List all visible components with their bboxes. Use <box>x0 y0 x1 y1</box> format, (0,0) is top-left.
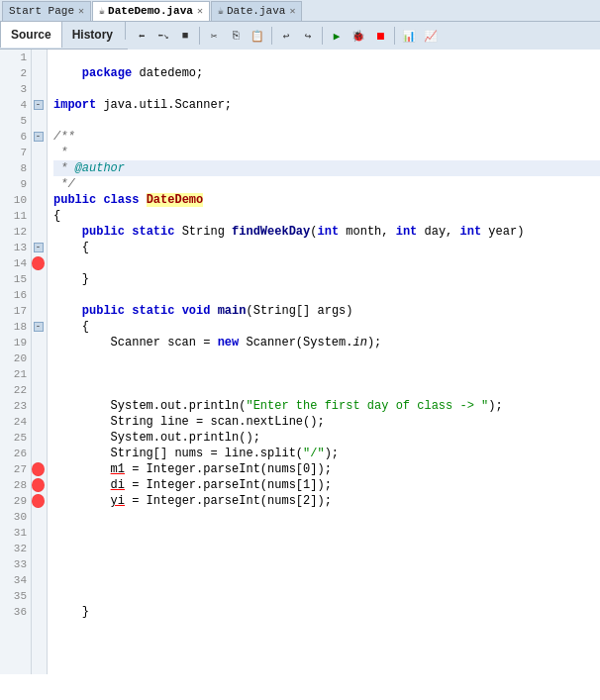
toolbar-btn-graph[interactable]: 📈 <box>421 26 441 46</box>
tab-datedemo-label: DateDemo.java <box>108 5 193 17</box>
ln-13: 13 <box>4 240 27 255</box>
fold-icon-4[interactable]: - <box>34 100 44 110</box>
code-line-7: * <box>53 145 600 160</box>
gutter-24 <box>32 414 47 430</box>
ln-7: 7 <box>4 145 27 160</box>
history-button[interactable]: History <box>62 22 123 48</box>
gutter-10 <box>32 192 47 208</box>
gutter-26 <box>32 446 47 461</box>
code-line-29: yi = Integer.parseInt(nums[2]); <box>53 493 600 509</box>
gutter-28 <box>32 477 47 493</box>
code-line-25: System.out.println(); <box>53 430 600 446</box>
toolbar-sep-3 <box>271 27 272 45</box>
toolbar-btn-fwd[interactable]: ⬅↘ <box>153 26 173 46</box>
tab-date-close[interactable]: ✕ <box>289 5 295 17</box>
ln-3: 3 <box>4 81 27 97</box>
gutter-16 <box>32 287 47 303</box>
gutter-35 <box>32 588 47 604</box>
toolbar-btn-paste[interactable]: 📋 <box>248 26 267 46</box>
gutter-1 <box>32 50 47 65</box>
ln-24: 24 <box>4 414 27 430</box>
code-line-26: String[] nums = line.split("/"); <box>53 446 600 461</box>
code-line-30 <box>53 509 600 525</box>
toolbar-btn-chart[interactable]: 📊 <box>399 26 419 46</box>
tab-datedemo-icon: ☕ <box>99 5 105 17</box>
toolbar-btn-debug[interactable]: 🐞 <box>349 26 368 46</box>
error-badge-28 <box>32 478 45 492</box>
code-line-27: m1 = Integer.parseInt(nums[0]); <box>53 461 600 477</box>
ln-36: 36 <box>4 604 27 620</box>
gutter-17 <box>32 303 47 319</box>
gutter-22 <box>32 382 47 398</box>
ln-35: 35 <box>4 588 27 604</box>
error-badge-14 <box>32 256 45 270</box>
code-line-2: package datedemo; <box>53 65 600 81</box>
tab-start-page[interactable]: Start Page ✕ <box>2 1 91 21</box>
ln-26: 26 <box>4 446 27 461</box>
gutter-4[interactable]: - <box>32 97 47 113</box>
gutter-19 <box>32 335 47 350</box>
source-button[interactable]: Source <box>0 22 62 48</box>
code-line-10: public class DateDemo <box>53 192 600 208</box>
gutter-18[interactable]: - <box>32 319 47 335</box>
gutter-3 <box>32 81 47 97</box>
ln-18: 18 <box>4 319 27 335</box>
gutter-15 <box>32 271 47 287</box>
gutter-14 <box>32 255 47 271</box>
tab-date[interactable]: ☕ Date.java ✕ <box>211 1 302 21</box>
ln-29: 29 <box>4 493 27 509</box>
code-line-19: Scanner scan = new Scanner(System.in); <box>53 335 600 350</box>
line-numbers: 1 2 3 4 5 6 7 8 9 10 11 12 13 14 15 16 1… <box>0 50 32 674</box>
ln-17: 17 <box>4 303 27 319</box>
tab-datedemo-close[interactable]: ✕ <box>197 5 203 17</box>
ln-11: 11 <box>4 208 27 224</box>
code-line-33 <box>53 556 600 572</box>
ln-34: 34 <box>4 572 27 588</box>
gutter-30 <box>32 509 47 525</box>
tab-start-page-close[interactable]: ✕ <box>78 5 84 17</box>
ln-9: 9 <box>4 176 27 192</box>
toolbar-btn-stop[interactable]: ■ <box>175 26 195 46</box>
toolbar-btn-copy[interactable]: ⎘ <box>226 26 246 46</box>
code-area[interactable]: package datedemo; import java.util.Scann… <box>48 50 600 674</box>
toolbar-btn-back[interactable]: ⬅ <box>132 26 151 46</box>
fold-icon-6[interactable]: - <box>34 132 44 142</box>
code-line-24: String line = scan.nextLine(); <box>53 414 600 430</box>
editor: 1 2 3 4 5 6 7 8 9 10 11 12 13 14 15 16 1… <box>0 50 600 674</box>
gutter-5 <box>32 113 47 129</box>
toolbar-btn-redo[interactable]: ↪ <box>298 26 318 46</box>
tab-start-page-label: Start Page <box>9 5 74 17</box>
gutter-2 <box>32 65 47 81</box>
fold-icon-13[interactable]: - <box>34 243 44 252</box>
toolbar-sep-5 <box>394 27 395 45</box>
code-line-11: { <box>53 208 600 224</box>
code-line-9: */ <box>53 176 600 192</box>
code-line-31 <box>53 525 600 541</box>
ln-19: 19 <box>4 335 27 350</box>
toolbar-btn-cut[interactable]: ✂ <box>204 26 224 46</box>
code-line-8: * @author <box>53 160 600 176</box>
gutter-8 <box>32 160 47 176</box>
gutter-6[interactable]: - <box>32 129 47 145</box>
tab-date-label: Date.java <box>227 5 285 17</box>
ln-27: 27 <box>4 461 27 477</box>
ln-16: 16 <box>4 287 27 303</box>
toolbar-btn-stop2[interactable]: ⏹ <box>370 26 390 46</box>
toolbar-btn-run[interactable]: ▶ <box>327 26 347 46</box>
ln-32: 32 <box>4 541 27 556</box>
code-line-36: } <box>53 604 600 620</box>
ln-28: 28 <box>4 477 27 493</box>
code-line-23: System.out.println("Enter the first day … <box>53 398 600 414</box>
tab-datedemo[interactable]: ☕ DateDemo.java ✕ <box>92 1 210 21</box>
ln-1: 1 <box>4 50 27 65</box>
gutter-23 <box>32 398 47 414</box>
ln-14: 14 <box>4 255 27 271</box>
ln-8: 8 <box>4 160 27 176</box>
fold-icon-18[interactable]: - <box>34 322 44 332</box>
gutter-34 <box>32 572 47 588</box>
ln-20: 20 <box>4 350 27 366</box>
ln-15: 15 <box>4 271 27 287</box>
code-line-22 <box>53 382 600 398</box>
gutter-13[interactable]: - <box>32 240 47 255</box>
toolbar-btn-undo[interactable]: ↩ <box>276 26 296 46</box>
